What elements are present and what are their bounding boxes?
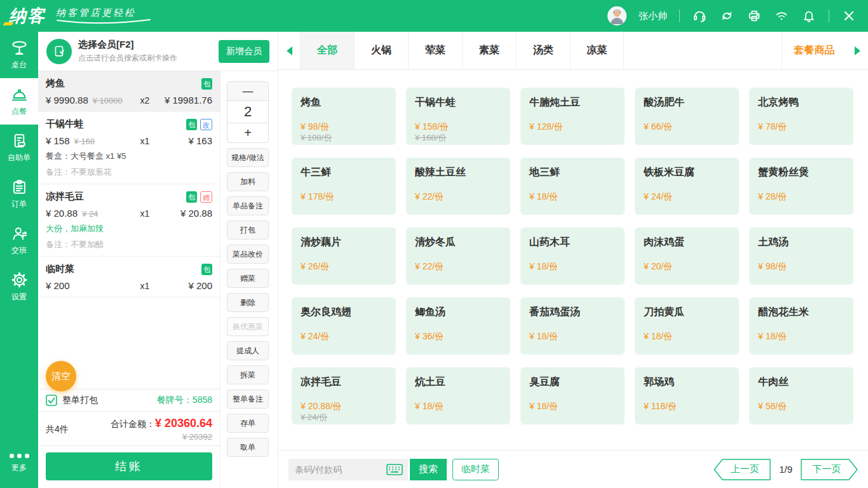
dish-card[interactable]: 地三鲜 ¥ 18/份 <box>520 158 625 215</box>
dish-price: ¥ 18/份 <box>529 401 558 412</box>
order-item-note: 备注：不要加醋 <box>46 239 212 250</box>
barcode-input[interactable] <box>295 464 386 475</box>
cloud-sync-icon[interactable] <box>719 8 735 24</box>
order-item-note: 备注：不要放葱花 <box>46 166 212 178</box>
dish-card[interactable]: 鲫鱼汤 ¥ 36/份 <box>406 297 510 355</box>
dish-card[interactable]: 土鸡汤 ¥ 98/份 <box>749 227 853 285</box>
order-item-qty: x1 <box>131 136 159 146</box>
action-button[interactable]: 拆菜 <box>227 365 269 384</box>
dish-name: 奥尔良鸡翅 <box>301 306 387 319</box>
action-button[interactable]: 删除 <box>227 293 269 312</box>
dish-card[interactable]: 牛三鲜 ¥ 178/份 <box>292 158 396 215</box>
order-item[interactable]: 烤鱼 包 ¥ 9990.88 ¥ 10000 x2 ¥ 19981.76 <box>38 71 220 112</box>
category-tab[interactable]: 火锅 <box>354 32 408 69</box>
pos-app: 纳客 纳客管店更轻松 张小帅 <box>0 0 868 488</box>
action-button[interactable]: 换优惠菜 <box>227 317 269 336</box>
action-button[interactable]: 存单 <box>227 414 269 433</box>
checkout-button[interactable]: 结账 <box>46 452 212 480</box>
action-button[interactable]: 规格/做法 <box>227 148 269 167</box>
dish-card[interactable]: 刀拍黄瓜 ¥ 18/份 <box>635 297 739 355</box>
dish-price: ¥ 58/份 <box>758 401 787 412</box>
dish-card[interactable]: 烤鱼 ¥ 98/份 ¥ 108/份 <box>292 88 396 145</box>
dish-card[interactable]: 郭场鸡 ¥ 118/份 <box>635 367 739 424</box>
category-tab[interactable]: 汤类 <box>516 32 570 69</box>
dish-card[interactable]: 干锅牛蛙 ¥ 158/份 ¥ 168/份 <box>406 88 510 145</box>
dish-name: 山药木耳 <box>529 236 616 249</box>
prev-page-button[interactable]: 上一页 <box>714 459 771 480</box>
member-select-area[interactable]: 选择会员[F2] 点击进行会员搜索或刷卡操作 <box>78 39 177 64</box>
tab-combo-products[interactable]: 套餐商品 <box>782 32 846 69</box>
dish-grid: 烤鱼 ¥ 98/份 ¥ 108/份 干锅牛蛙 ¥ 158/份 ¥ 168/份 牛… <box>278 70 868 424</box>
dish-price: ¥ 66/份 <box>644 121 672 133</box>
action-button[interactable]: 取单 <box>227 438 269 457</box>
category-tab[interactable]: 荤菜 <box>408 32 462 69</box>
member-bar: 选择会员[F2] 点击进行会员搜索或刷卡操作 新增会员 <box>38 32 278 71</box>
dish-card[interactable]: 山药木耳 ¥ 18/份 <box>520 227 625 285</box>
dish-card[interactable]: 番茄鸡蛋汤 ¥ 18/份 <box>520 297 625 355</box>
temp-dish-button[interactable]: 临时菜 <box>452 459 499 480</box>
action-button[interactable]: 加料 <box>227 172 269 191</box>
wifi-icon[interactable] <box>774 8 789 24</box>
dish-price: ¥ 98/份 <box>301 121 329 133</box>
category-scroll-left-button[interactable] <box>278 32 300 69</box>
dish-card[interactable]: 凉拌毛豆 ¥ 20.88/份 ¥ 24/份 <box>292 367 396 424</box>
dish-card[interactable]: 臭豆腐 ¥ 18/份 <box>520 367 625 424</box>
action-button[interactable]: 提成人 <box>227 341 269 360</box>
category-tab[interactable]: 全部 <box>300 32 354 69</box>
dish-card[interactable]: 炕土豆 ¥ 18/份 <box>406 367 510 424</box>
order-item[interactable]: 干锅牛蛙 包改 ¥ 158 ¥ 168 x1 ¥ 163 餐盒：大号餐盒 x1 … <box>38 112 220 184</box>
pack-all-checkbox[interactable] <box>46 395 57 406</box>
sidebar-item-orders[interactable]: 订单 <box>0 171 38 217</box>
dish-name: 番茄鸡蛋汤 <box>529 306 616 319</box>
sidebar-item-settings[interactable]: 设置 <box>0 264 38 310</box>
dish-card[interactable]: 清炒藕片 ¥ 26/份 <box>292 227 396 285</box>
action-button[interactable]: 赠菜 <box>227 269 269 288</box>
dish-price: ¥ 178/份 <box>301 191 334 203</box>
sidebar-item-tables[interactable]: 桌台 <box>0 32 38 78</box>
sidebar-item-shift[interactable]: 交班 <box>0 217 38 264</box>
next-page-button[interactable]: 下一页 <box>801 459 858 480</box>
category-scroll-right-button[interactable] <box>846 32 868 69</box>
sidebar-item-more[interactable]: 更多 <box>0 446 38 480</box>
sidebar-item-selfhelp-orders[interactable]: 自助单 <box>0 125 38 171</box>
order-item-price: ¥ 20.88 <box>46 208 78 219</box>
dish-card[interactable]: 蟹黄粉丝煲 ¥ 28/份 <box>749 158 853 215</box>
action-button[interactable]: 单品备注 <box>227 196 269 215</box>
bell-icon[interactable] <box>801 8 817 24</box>
category-tab[interactable]: 凉菜 <box>570 32 624 69</box>
close-icon[interactable] <box>841 8 857 24</box>
order-item-original-price: ¥ 10000 <box>93 96 123 105</box>
action-button[interactable]: 菜品改价 <box>227 245 269 264</box>
dish-card[interactable]: 铁板米豆腐 ¥ 24/份 <box>635 158 739 215</box>
category-tab[interactable]: 素菜 <box>462 32 516 69</box>
original-total: ¥ 20392 <box>111 432 212 442</box>
qty-plus-button[interactable]: + <box>227 123 268 142</box>
dish-price: ¥ 128/份 <box>529 121 563 133</box>
dish-card[interactable]: 酸辣土豆丝 ¥ 22/份 <box>406 158 510 215</box>
search-button[interactable]: 搜索 <box>410 459 447 480</box>
page-indicator: 1/9 <box>779 464 792 475</box>
dish-card[interactable]: 醋泡花生米 ¥ 18/份 <box>749 297 853 355</box>
user-avatar[interactable] <box>607 6 627 25</box>
sidebar-item-order-food[interactable]: 点餐 <box>0 78 38 125</box>
order-item[interactable]: 凉拌毛豆 包赠 ¥ 20.88 ¥ 24 x1 ¥ 20.88 大份，加麻加辣 … <box>38 184 220 257</box>
order-item[interactable]: 临时菜 包 ¥ 200 x1 ¥ 200 <box>38 257 220 297</box>
action-button[interactable]: 整单备注 <box>227 390 269 409</box>
printer-icon[interactable] <box>747 8 762 24</box>
dish-card[interactable]: 清炒冬瓜 ¥ 22/份 <box>406 227 510 285</box>
dish-card[interactable]: 牛腩炖土豆 ¥ 128/份 <box>520 88 625 145</box>
clear-order-button[interactable]: 清空 <box>46 361 76 391</box>
slogan-underline <box>56 19 151 25</box>
total-label: 合计金额： <box>111 419 155 429</box>
dish-card[interactable]: 牛肉丝 ¥ 58/份 <box>749 367 853 424</box>
qty-minus-button[interactable]: — <box>227 82 268 101</box>
dish-card[interactable]: 肉沫鸡蛋 ¥ 20/份 <box>635 227 739 285</box>
dish-card[interactable]: 奥尔良鸡翅 ¥ 24/份 <box>292 297 396 355</box>
keyboard-icon[interactable] <box>386 464 403 475</box>
add-member-button[interactable]: 新增会员 <box>219 40 269 63</box>
dish-card[interactable]: 北京烤鸭 ¥ 78/份 <box>749 88 853 145</box>
action-button[interactable]: 打包 <box>227 220 269 240</box>
member-card-icon[interactable] <box>46 39 72 64</box>
dish-card[interactable]: 酸汤肥牛 ¥ 66/份 <box>635 88 739 145</box>
headset-support-icon[interactable] <box>692 8 707 24</box>
